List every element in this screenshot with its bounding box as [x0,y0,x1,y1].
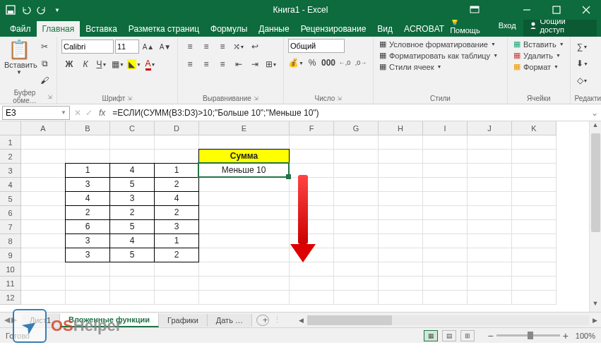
scroll-left-button[interactable]: ◀ [295,317,307,324]
cell-J6[interactable] [468,206,512,220]
cell-H1[interactable] [379,135,423,150]
cell-G4[interactable] [334,178,379,192]
font-color-button[interactable]: A▼ [143,56,158,72]
cell-J7[interactable] [468,220,512,234]
cell-G9[interactable] [334,248,379,262]
cell-G11[interactable] [334,277,379,291]
cell-E12[interactable] [199,291,290,305]
cell-F12[interactable] [290,291,334,305]
row-header-4[interactable]: 4 [0,178,21,192]
row-header-7[interactable]: 7 [0,220,21,234]
cell-G6[interactable] [334,206,379,220]
sheet-tab-4[interactable]: Дать … [208,314,252,327]
cell-J3[interactable] [468,164,512,178]
cell-F1[interactable] [290,135,334,150]
cell-G3[interactable] [334,164,379,178]
cell-H7[interactable] [379,220,423,234]
cell-H11[interactable] [379,277,423,291]
cell-D8[interactable]: 1 [154,233,199,248]
cell-I3[interactable] [423,164,468,178]
horizontal-scrollbar[interactable]: ◀ ▶ [295,315,601,325]
cell-C9[interactable]: 5 [109,248,155,262]
align-right-button[interactable]: ≡ [215,56,230,72]
align-middle-button[interactable]: ≡ [198,39,214,54]
qat-dropdown-icon[interactable]: ▼ [51,4,64,16]
autosum-button[interactable]: ∑▼ [575,39,590,54]
cell-A2[interactable] [21,150,66,164]
increase-font-button[interactable]: A▲ [141,39,156,54]
cell-B6[interactable]: 2 [65,205,110,220]
cell-E8[interactable] [199,234,290,248]
align-bottom-button[interactable]: ≡ [215,39,230,54]
row-header-6[interactable]: 6 [0,206,21,220]
align-left-button[interactable]: ≡ [182,56,198,72]
font-size-select[interactable] [115,40,139,54]
cell-B3[interactable]: 1 [65,163,110,178]
page-break-view-button[interactable]: ⊞ [460,330,475,341]
cell-D6[interactable]: 2 [154,205,199,220]
delete-cells-button[interactable]: ▦Удалить ▼ [512,50,566,61]
cell-D9[interactable]: 2 [154,248,199,262]
font-launcher[interactable]: ⇲ [127,95,132,102]
scroll-thumb-vertical[interactable] [591,133,600,232]
cell-E10[interactable] [199,262,290,277]
cell-I6[interactable] [423,206,468,220]
cell-C1[interactable] [110,135,155,150]
cell-G2[interactable] [334,150,379,164]
cell-E4[interactable] [199,178,290,192]
cell-I4[interactable] [423,178,468,192]
signin-button[interactable]: Вход [499,21,516,30]
cell-G8[interactable] [334,234,379,248]
row-header-12[interactable]: 12 [0,291,21,305]
cell-F10[interactable] [290,262,334,277]
cell-A12[interactable] [21,291,66,305]
tab-review[interactable]: Рецензирование [295,21,372,37]
cell-H10[interactable] [379,262,423,277]
cell-H4[interactable] [379,178,423,192]
cell-B5[interactable]: 4 [65,191,110,206]
expand-formula-bar[interactable]: ⌄ [588,108,601,118]
cell-E3[interactable]: Меньше 10 [198,162,290,178]
cell-I8[interactable] [423,234,468,248]
align-top-button[interactable]: ≡ [182,39,198,54]
column-header-J[interactable]: J [468,121,512,135]
column-header-G[interactable]: G [334,121,379,135]
cell-J9[interactable] [468,248,512,262]
cell-B9[interactable]: 3 [65,248,110,262]
scroll-up-button[interactable]: ▲ [590,121,601,133]
decrease-decimal-button[interactable]: ,0→ [353,55,369,71]
tab-formulas[interactable]: Формулы [205,21,253,37]
cell-C6[interactable]: 2 [109,205,155,220]
cell-I10[interactable] [423,262,468,277]
new-sheet-button[interactable]: + [256,315,269,326]
increase-decimal-button[interactable]: ←,0 [337,55,352,71]
redo-icon[interactable] [35,4,48,16]
tab-file[interactable]: Файл [4,21,37,37]
cell-I11[interactable] [423,277,468,291]
column-header-K[interactable]: K [512,121,557,135]
close-button[interactable] [571,0,601,20]
increase-indent-button[interactable]: ⇥ [247,56,263,72]
fill-handle[interactable] [286,174,291,179]
cell-I1[interactable] [423,135,468,150]
zoom-slider[interactable] [496,334,560,336]
page-layout-view-button[interactable]: ▤ [442,330,456,341]
column-header-D[interactable]: D [155,121,199,135]
row-header-1[interactable]: 1 [0,135,21,150]
cell-styles-button[interactable]: ▦Стили ячеек ▼ [378,61,499,72]
cell-I12[interactable] [423,291,468,305]
cell-E11[interactable] [199,277,290,291]
comma-button[interactable]: 000 [321,55,336,71]
formula-input[interactable]: =ЕСЛИ(СУММ(B3:D3)>10;"Больше 10";"Меньше… [109,108,588,118]
decrease-indent-button[interactable]: ⇤ [231,56,246,72]
borders-button[interactable]: ▦▼ [110,56,126,72]
cell-A1[interactable] [21,135,66,150]
cell-K7[interactable] [512,220,557,234]
row-header-3[interactable]: 3 [0,164,21,178]
conditional-formatting-button[interactable]: ▦Условное форматирование ▼ [378,39,499,49]
cell-A7[interactable] [21,220,66,234]
clipboard-launcher[interactable]: ⇲ [47,94,52,100]
number-launcher[interactable]: ⇲ [337,95,342,102]
cell-K11[interactable] [512,277,557,291]
insert-cells-button[interactable]: ▦Вставить ▼ [512,39,566,49]
